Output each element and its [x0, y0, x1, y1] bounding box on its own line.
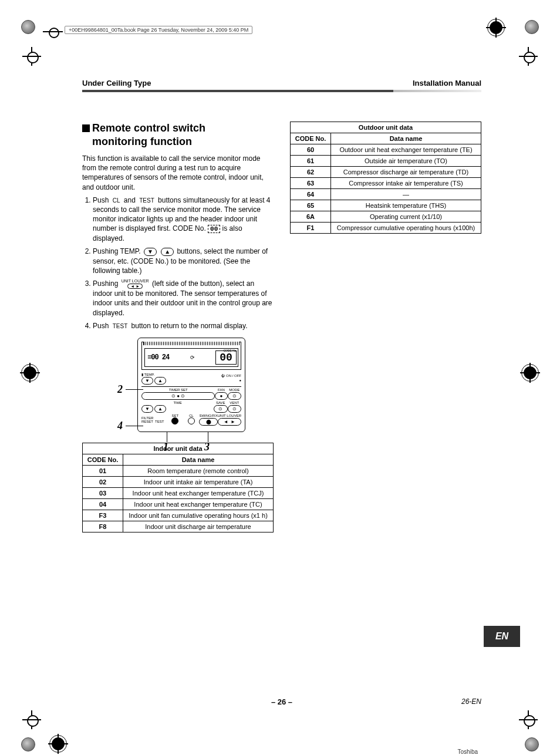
- registration-target-icon: [521, 364, 539, 382]
- callout-1: 1: [163, 441, 168, 453]
- language-tab: EN: [484, 626, 520, 647]
- brand-label: Toshiba: [458, 749, 478, 755]
- test-icon: TEST: [139, 197, 155, 204]
- temp-up-icon: ▲: [161, 248, 174, 256]
- remote-illustration: 2 4 1 3 CODE No. ≡00 24 ⟳: [104, 338, 251, 432]
- segment-code-icon: 00: [208, 225, 220, 233]
- section-title: Remote control switch monitoring functio…: [82, 122, 274, 148]
- callout-3: 3: [204, 441, 210, 453]
- page-number: – 26 –: [82, 697, 481, 706]
- intro-paragraph: This function is available to call the s…: [82, 154, 274, 192]
- cl-icon: CL: [112, 197, 121, 204]
- square-bullet-icon: [82, 124, 90, 132]
- step-1: Push CL and TEST buttons simultaneously …: [93, 196, 274, 244]
- header-right: Installation Manual: [413, 79, 481, 87]
- crop-ball-icon: [21, 20, 35, 34]
- crop-cross-icon: [22, 47, 41, 66]
- crop-ball-icon: [525, 20, 539, 34]
- crop-cross-icon: [519, 710, 538, 729]
- outdoor-th-code: CODE No.: [291, 133, 331, 144]
- callout-2: 2: [117, 383, 123, 396]
- step-4: Push TEST button to return to the normal…: [93, 321, 274, 331]
- registration-target-icon: [49, 735, 67, 753]
- callout-4: 4: [117, 420, 123, 432]
- indoor-th-name: Data name: [123, 454, 274, 465]
- test-icon: TEST: [112, 323, 129, 330]
- indoor-data-table: Indoor unit data CODE No. Data name 01Ro…: [82, 443, 274, 532]
- registration-target-icon: [21, 364, 39, 382]
- outdoor-th-name: Data name: [331, 133, 481, 144]
- steps-list: Push CL and TEST buttons simultaneously …: [82, 196, 274, 331]
- header-left: Under Ceiling Type: [82, 79, 151, 87]
- header-rule: [82, 90, 481, 92]
- source-file-tag: +00EH99864801_00Ta.book Page 26 Tuesday,…: [65, 26, 252, 34]
- step-2: Pushing TEMP. ▼ ▲ buttons, select the nu…: [93, 247, 274, 275]
- indoor-th-code: CODE No.: [83, 454, 123, 465]
- crop-cross-icon: [519, 47, 538, 66]
- indoor-table-title: Indoor unit data: [83, 443, 274, 454]
- crop-ball-icon: [525, 737, 539, 751]
- unit-louver-icon: UNIT LOUVER◄ ►: [122, 279, 149, 289]
- registration-target-icon: [487, 19, 505, 36]
- remote-lcd: CODE No. ≡00 24 ⟳ 00: [141, 342, 241, 370]
- crop-ball-icon: [21, 737, 35, 751]
- temp-down-icon: ▼: [144, 248, 157, 256]
- outdoor-table-title: Outdoor unit data: [291, 122, 481, 133]
- outdoor-data-table: Outdoor unit data CODE No. Data name 60O…: [290, 122, 481, 234]
- crop-cross-icon: [22, 710, 41, 729]
- step-3: Pushing UNIT LOUVER◄ ► (left side of the…: [93, 279, 274, 318]
